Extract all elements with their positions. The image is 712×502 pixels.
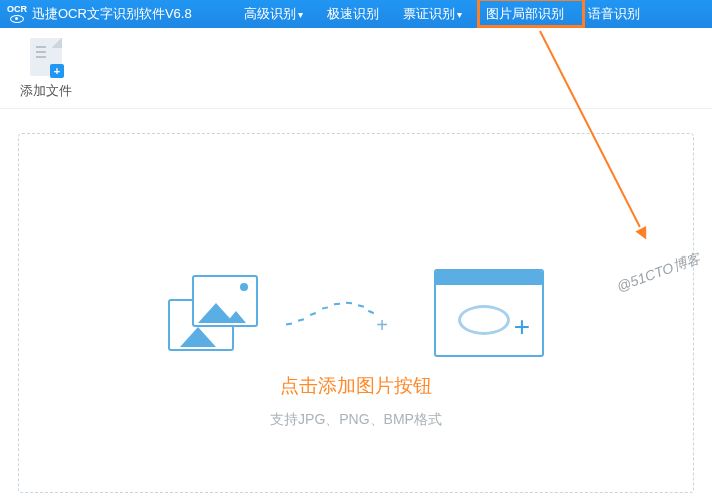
dropzone-title: 点击添加图片按钮 (280, 373, 432, 399)
dashed-arrow-icon: + (286, 293, 406, 333)
add-file-button[interactable]: + 添加文件 (20, 38, 72, 100)
preview-pane-icon: + (434, 269, 544, 357)
app-logo: OCR 迅捷OCR文字识别软件V6.8 (6, 3, 192, 25)
plus-cursor-icon: + (376, 314, 388, 337)
dropzone-subtitle: 支持JPG、PNG、BMP格式 (270, 411, 442, 429)
app-header: OCR 迅捷OCR文字识别软件V6.8 高级识别▾ 极速识别 票证识别▾ 图片局… (0, 0, 712, 28)
top-nav: 高级识别▾ 极速识别 票证识别▾ 图片局部识别 语音识别 (232, 0, 652, 28)
app-title: 迅捷OCR文字识别软件V6.8 (32, 5, 192, 23)
nav-item-region[interactable]: 图片局部识别 (474, 0, 576, 28)
images-stack-icon (168, 275, 258, 351)
add-file-label: 添加文件 (20, 82, 72, 100)
toolbar: + 添加文件 (0, 28, 712, 109)
nav-item-advanced[interactable]: 高级识别▾ (232, 0, 315, 28)
nav-item-voice[interactable]: 语音识别 (576, 0, 652, 28)
add-file-icon: + (30, 38, 62, 76)
ocr-logo-icon: OCR (6, 3, 28, 25)
dropzone[interactable]: + + 点击添加图片按钮 支持JPG、PNG、BMP格式 (18, 133, 694, 493)
eye-icon (458, 305, 510, 335)
nav-item-fast[interactable]: 极速识别 (315, 0, 391, 28)
nav-item-ticket[interactable]: 票证识别▾ (391, 0, 474, 28)
dropzone-illustration: + + (168, 269, 544, 357)
plus-icon: + (514, 311, 530, 343)
